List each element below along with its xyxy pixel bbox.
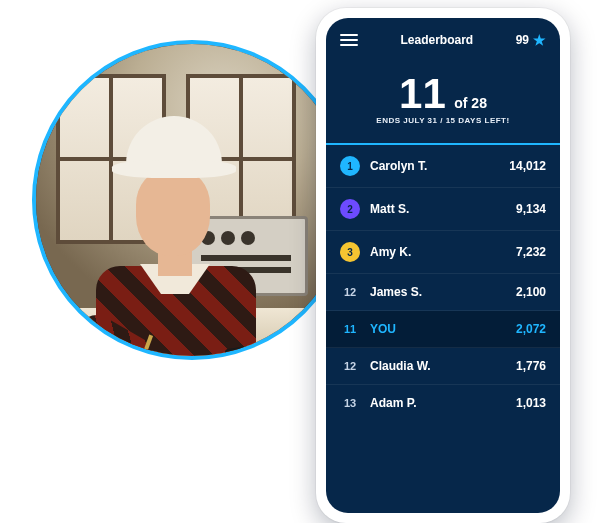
player-name: Amy K.: [370, 245, 516, 259]
player-score: 1,013: [516, 396, 546, 410]
rank-number: 12: [340, 360, 360, 372]
credits-badge[interactable]: 99 ★: [516, 32, 546, 48]
rank-number: 11: [340, 323, 360, 335]
leaderboard-row[interactable]: 3Amy K.7,232: [326, 231, 560, 274]
player-score: 14,012: [509, 159, 546, 173]
player-name: Matt S.: [370, 202, 516, 216]
rank-number: 12: [340, 286, 360, 298]
player-score: 2,100: [516, 285, 546, 299]
app-header-title: Leaderboard: [400, 33, 473, 47]
leaderboard-row[interactable]: 13Adam P.1,013: [326, 385, 560, 421]
player-name: James S.: [370, 285, 516, 299]
star-icon: ★: [533, 32, 546, 48]
credits-value: 99: [516, 33, 529, 47]
hero-photo-scene: [36, 44, 348, 356]
menu-icon[interactable]: [340, 34, 358, 46]
hero-photo: [32, 40, 352, 360]
player-score: 9,134: [516, 202, 546, 216]
player-name: Adam P.: [370, 396, 516, 410]
rank-medal: 1: [340, 156, 360, 176]
player-name: Carolyn T.: [370, 159, 509, 173]
player-score: 1,776: [516, 359, 546, 373]
leaderboard-row[interactable]: 1Carolyn T.14,012: [326, 145, 560, 188]
leaderboard-list[interactable]: 1Carolyn T.14,0122Matt S.9,1343Amy K.7,2…: [326, 145, 560, 513]
leaderboard-row[interactable]: 12Claudia W.1,776: [326, 348, 560, 385]
rank-number: 13: [340, 397, 360, 409]
rank-medal: 2: [340, 199, 360, 219]
phone-mockup: Leaderboard 99 ★ 11 of 28 ENDS JULY 31 /…: [316, 8, 570, 523]
your-rank-summary: 11 of 28 ENDS JULY 31 / 15 DAYS LEFT!: [326, 54, 560, 143]
leaderboard-row[interactable]: 12James S.2,100: [326, 274, 560, 311]
leaderboard-row-you[interactable]: 11YOU2,072: [326, 311, 560, 348]
leaderboard-row[interactable]: 2Matt S.9,134: [326, 188, 560, 231]
phone-screen: Leaderboard 99 ★ 11 of 28 ENDS JULY 31 /…: [326, 18, 560, 513]
rank-medal: 3: [340, 242, 360, 262]
player-name: Claudia W.: [370, 359, 516, 373]
your-rank-of-label: of 28: [454, 95, 487, 111]
app-header: Leaderboard 99 ★: [326, 18, 560, 54]
player-score: 2,072: [516, 322, 546, 336]
your-rank-position: 11: [399, 70, 446, 118]
player-name: YOU: [370, 322, 516, 336]
contest-deadline-label: ENDS JULY 31 / 15 DAYS LEFT!: [326, 116, 560, 125]
player-score: 7,232: [516, 245, 546, 259]
